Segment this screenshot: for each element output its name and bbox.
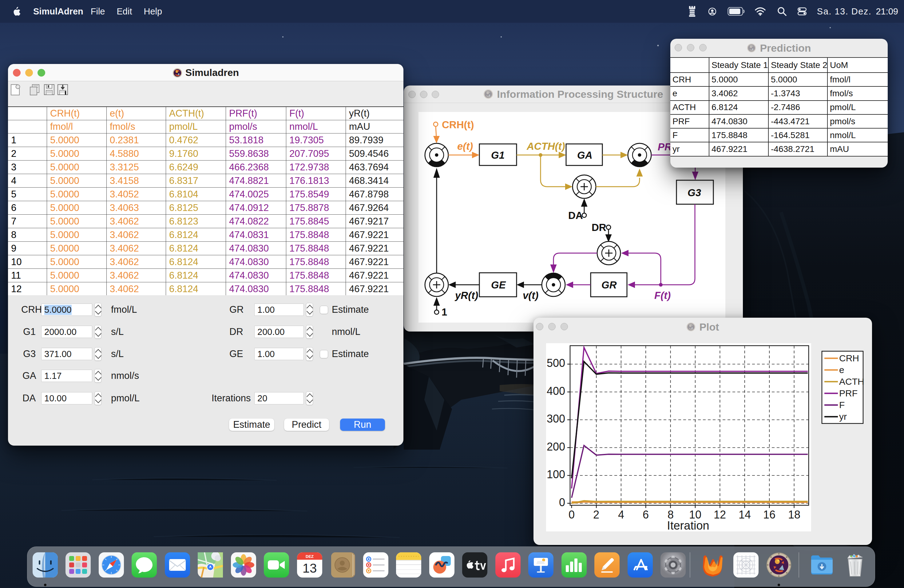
- svg-text:CRH(t): CRH(t): [442, 119, 474, 130]
- svg-text:e: e: [839, 365, 844, 375]
- svg-text:DA: DA: [568, 210, 583, 221]
- svg-text:0: 0: [569, 508, 575, 521]
- svg-text:G3: G3: [687, 187, 701, 198]
- svg-text:yR(t): yR(t): [454, 290, 478, 301]
- svg-text:G1: G1: [491, 149, 504, 161]
- svg-text:0: 0: [559, 496, 565, 509]
- svg-text:1: 1: [441, 306, 447, 318]
- svg-text:v(t): v(t): [523, 290, 538, 301]
- svg-text:400: 400: [547, 385, 565, 397]
- svg-text:4: 4: [618, 508, 624, 521]
- svg-text:ACTH(t): ACTH(t): [526, 141, 565, 152]
- svg-text:F(t): F(t): [654, 290, 671, 301]
- svg-text:e(t): e(t): [457, 141, 473, 152]
- svg-text:12: 12: [714, 508, 726, 521]
- svg-text:16: 16: [763, 508, 776, 521]
- svg-text:GE: GE: [491, 279, 506, 291]
- svg-text:500: 500: [547, 357, 565, 369]
- svg-text:ACTH: ACTH: [839, 376, 864, 387]
- svg-text:yr: yr: [839, 411, 847, 422]
- svg-text:F: F: [839, 400, 845, 410]
- svg-text:18: 18: [788, 508, 800, 521]
- svg-text:13: 13: [303, 561, 317, 575]
- svg-text:GR: GR: [601, 279, 617, 291]
- svg-text:GA: GA: [577, 149, 593, 161]
- svg-text:PRF: PRF: [839, 388, 858, 398]
- svg-text:100: 100: [547, 468, 565, 481]
- svg-text:300: 300: [547, 413, 565, 425]
- svg-text:14: 14: [738, 508, 751, 521]
- svg-text:2: 2: [593, 508, 599, 521]
- svg-text:Iteration: Iteration: [667, 519, 709, 532]
- svg-text:DEZ: DEZ: [306, 554, 314, 559]
- svg-text:200: 200: [547, 440, 565, 453]
- svg-text:CRH: CRH: [839, 353, 859, 363]
- svg-text:DR: DR: [592, 222, 606, 233]
- svg-text:6: 6: [643, 508, 649, 521]
